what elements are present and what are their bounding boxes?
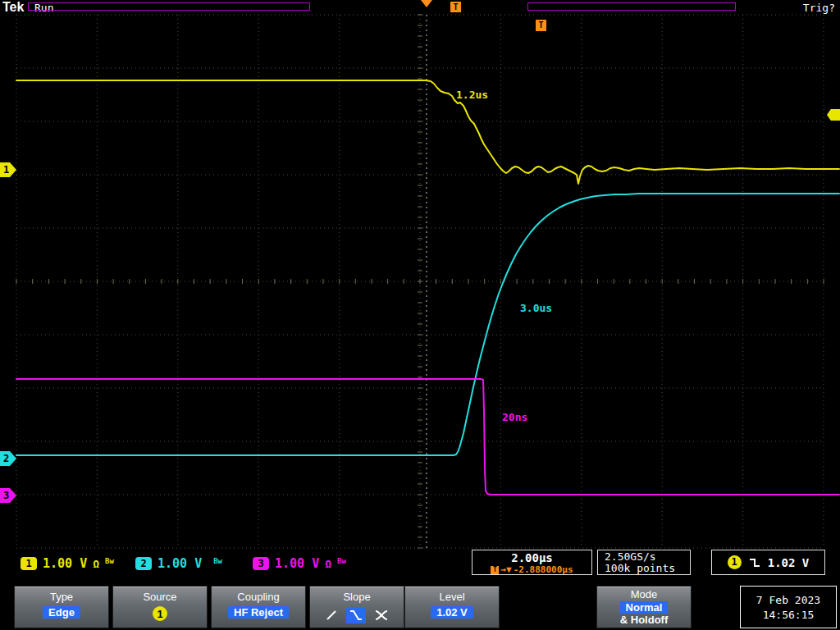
oscilloscope-screen: Tek Run Trig? T T 1.2us 3.0us 20ns 1 2 3… [0, 0, 840, 630]
menu-type-label: Type [15, 591, 108, 603]
record-length: 100k points [605, 563, 690, 574]
menu-coupling-label: Coupling [212, 591, 305, 603]
ch3-impedance-icon: Ω [325, 558, 331, 570]
menu-coupling-value: HF Reject [228, 606, 289, 619]
trigger-source-badge: 1 [728, 555, 742, 569]
menu-mode-label: Mode [597, 588, 691, 600]
ch1-bandwidth-icon: Bw [105, 557, 114, 565]
waveform-ch2 [16, 194, 839, 455]
record-view-bar-right [527, 2, 736, 11]
ch1-falltime-annotation: 1.2us [456, 89, 488, 101]
ch1-ground-marker[interactable]: 1 [0, 162, 16, 177]
trigger-status: Trig? [803, 2, 835, 14]
rising-slope-icon[interactable] [322, 607, 340, 623]
trigger-level-arrow[interactable] [827, 109, 840, 121]
either-slope-icon[interactable] [372, 607, 391, 623]
menu-slope-label: Slope [310, 591, 404, 603]
menu-type-button[interactable]: Type Edge [14, 586, 109, 628]
menu-coupling-button[interactable]: Coupling HF Reject [211, 586, 306, 628]
ch2-badge: 2 [135, 557, 152, 570]
slope-options [310, 607, 404, 623]
waveform-ch1 [16, 80, 839, 184]
waveform-display [0, 0, 840, 630]
datetime-display: 7 Feb 2023 14:56:15 [740, 586, 837, 628]
readout-row: 1 1.00 V Ω Bw 2 1.00 V Bw 3 1.00 V Ω Bw … [0, 548, 840, 584]
trigger-readout[interactable]: 1 1.02 V [711, 550, 825, 575]
menu-mode-button[interactable]: Mode Normal & Holdoff [596, 586, 692, 628]
menu-source-button[interactable]: Source 1 [112, 586, 208, 628]
ch2-risetime-annotation: 3.0us [520, 302, 552, 314]
top-status-bar: Tek Run Trig? [0, 0, 840, 15]
menu-source-channel-badge: 1 [153, 606, 167, 621]
timebase-value: 2.00µs [472, 551, 591, 564]
time-value: 14:56:15 [763, 609, 815, 621]
sample-rate: 2.50GS/s [605, 551, 690, 563]
ch2-scale: 1.00 V [158, 556, 202, 571]
tek-logo: Tek [2, 0, 24, 15]
ch3-badge: 3 [253, 557, 269, 570]
ch2-marker-label: 2 [3, 453, 9, 464]
ch3-falltime-annotation: 20ns [502, 411, 527, 423]
menu-mode-value: Normal [620, 601, 669, 614]
ch1-scale: 1.00 V [43, 556, 87, 571]
waveforms [16, 80, 839, 495]
delay-readout: T →▼ -2.888000µs [472, 564, 591, 575]
ch3-bandwidth-icon: Bw [337, 557, 346, 565]
delay-value: -2.888000µs [514, 564, 573, 575]
menu-type-value: Edge [43, 606, 80, 619]
ch3-ground-marker[interactable]: 3 [0, 488, 16, 503]
menu-slope-button[interactable]: Slope [309, 586, 404, 628]
menu-level-value: 1.02 V [431, 606, 473, 619]
trigger-level-value: 1.02 V [768, 556, 810, 569]
horizontal-readout[interactable]: 2.00µs T →▼ -2.888000µs [472, 550, 592, 575]
ch1-marker-label: 1 [3, 164, 9, 176]
trigger-record-marker: T [450, 2, 461, 12]
ch2-bandwidth-icon: Bw [213, 557, 222, 565]
menu-level-label: Level [405, 591, 499, 603]
ch1-readout[interactable]: 1 1.00 V Ω Bw [21, 556, 114, 571]
trigger-t-icon: T [491, 566, 499, 574]
menu-mode-value2: & Holdoff [597, 614, 691, 626]
ch3-readout[interactable]: 3 1.00 V Ω Bw [253, 556, 346, 571]
graticule-grid [16, 15, 824, 548]
delay-time-marker: T [536, 20, 546, 31]
acquisition-readout[interactable]: 2.50GS/s 100k points [597, 550, 691, 575]
ch3-marker-label: 3 [3, 490, 9, 501]
ch1-badge: 1 [21, 557, 37, 570]
ch2-ground-marker[interactable]: 2 [0, 451, 16, 466]
menu-source-label: Source [113, 591, 207, 603]
falling-edge-icon [748, 557, 761, 568]
falling-slope-icon[interactable] [346, 607, 366, 623]
delay-arrow-icon: →▼ [500, 564, 511, 575]
menu-level-button[interactable]: Level 1.02 V [404, 586, 500, 628]
ch3-scale: 1.00 V [275, 556, 319, 571]
date-value: 7 Feb 2023 [756, 594, 820, 606]
ch1-impedance-icon: Ω [93, 558, 99, 570]
ch2-readout[interactable]: 2 1.00 V Bw [135, 556, 222, 571]
waveform-ch3 [16, 379, 839, 495]
record-view-bar-left [28, 2, 310, 11]
